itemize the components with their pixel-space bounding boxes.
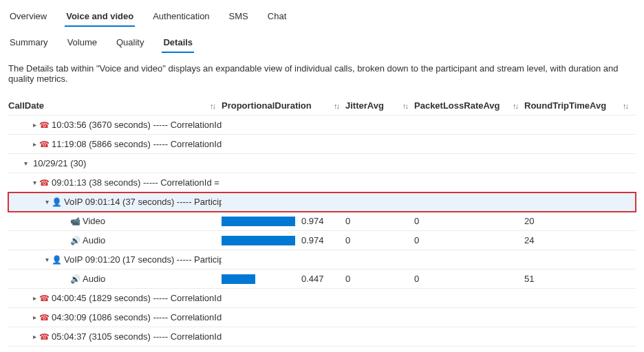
cell-propdur: 0.974 [222,235,345,245]
row-label: Video [83,216,105,226]
description-text: The Details tab within "Voice and video"… [0,54,644,96]
tab-secondary-details[interactable]: Details [162,33,194,53]
audio-icon: 🔊 [70,274,80,284]
col-header-rtt[interactable]: RoundTripTimeAvg ↑↓ [524,100,634,111]
phone-icon: ☎ [39,294,49,303]
audio-icon: 🔊 [70,236,80,245]
col-header-label: PacketLossRateAvg [414,100,500,111]
cell-calldate: ▾👤VoIP 09:01:20 (17 seconds) ----- Parti… [8,254,222,265]
duration-bar [222,274,297,284]
cell-rtt: 20 [524,216,634,226]
row-label: 05:04:37 (3105 seconds) ----- Correlatio… [52,331,222,342]
cell-calldate: ▸☎11:19:08 (5866 seconds) ----- Correlat… [8,139,222,149]
sort-icon[interactable]: ↑↓ [210,102,215,110]
table-row[interactable]: ▸☎04:30:09 (1086 seconds) ----- Correlat… [8,308,636,327]
table-row[interactable]: ▸☎04:00:45 (1829 seconds) ----- Correlat… [8,289,636,308]
duration-bar [222,236,297,245]
cell-packetloss: 0 [414,216,524,226]
sort-icon[interactable]: ↑↓ [513,102,517,110]
chevron-right-icon[interactable]: ▸ [33,121,36,129]
duration-bar [222,217,297,226]
table-row[interactable]: ▸☎11:19:08 (5866 seconds) ----- Correlat… [8,135,636,154]
cell-calldate: ▾👤VoIP 09:01:14 (37 seconds) ----- Parti… [8,197,222,207]
table-row[interactable]: ▸☎10:03:56 (3670 seconds) ----- Correlat… [8,116,636,135]
chevron-down-icon[interactable]: ▾ [45,198,49,206]
cell-calldate: 📹Video [8,216,222,226]
cell-rtt: 24 [524,235,634,245]
table-row: 🔊Audio0.4470051 [8,270,636,289]
row-label: 04:00:45 (1829 seconds) ----- Correlatio… [52,293,222,303]
table-row[interactable]: ▾👤VoIP 09:01:14 (37 seconds) ----- Parti… [8,192,636,212]
table-row[interactable]: ▾☎09:01:13 (38 seconds) ----- Correlatio… [8,173,636,192]
sort-icon[interactable]: ↑↓ [623,102,627,110]
row-label: VoIP 09:01:20 (17 seconds) ----- Partici… [64,254,222,265]
col-header-calldate[interactable]: CallDate ↑↓ [8,100,222,111]
tab-primary-sms[interactable]: SMS [228,7,250,27]
primary-tabs: OverviewVoice and videoAuthenticationSMS… [0,0,644,28]
duration-bar-fill [222,236,295,245]
cell-calldate: ▾☎09:01:13 (38 seconds) ----- Correlatio… [8,177,222,188]
phone-icon: ☎ [39,140,49,149]
person-icon: 👤 [52,197,61,207]
cell-propdur: 0.974 [222,216,345,226]
chevron-right-icon[interactable]: ▸ [33,314,36,321]
duration-value: 0.974 [301,216,329,226]
cell-calldate: ▸☎05:04:37 (3105 seconds) ----- Correlat… [8,331,222,342]
details-table: CallDate ↑↓ ProportionalDuration ↑↓ Jitt… [0,96,644,346]
duration-bar-fill [222,274,255,284]
col-header-packetloss[interactable]: PacketLossRateAvg ↑↓ [414,100,524,111]
chevron-down-icon[interactable]: ▾ [45,256,49,263]
col-header-propdur[interactable]: ProportionalDuration ↑↓ [222,100,345,111]
cell-calldate: 🔊Audio [8,235,222,245]
duration-bar-fill [222,217,295,226]
cell-calldate: ▸☎04:00:45 (1829 seconds) ----- Correlat… [8,293,222,303]
table-row[interactable]: ▾👤VoIP 09:01:20 (17 seconds) ----- Parti… [8,250,636,270]
col-header-label: RoundTripTimeAvg [524,100,606,111]
tab-primary-chat[interactable]: Chat [266,7,288,27]
table-header-row: CallDate ↑↓ ProportionalDuration ↑↓ Jitt… [8,96,636,116]
sort-icon[interactable]: ↑↓ [334,102,339,110]
col-header-label: JitterAvg [345,100,384,111]
phone-icon: ☎ [39,332,49,342]
row-label: Audio [83,274,105,284]
person-icon: 👤 [52,255,61,265]
phone-icon: ☎ [39,120,49,130]
tab-secondary-volume[interactable]: Volume [66,33,98,53]
cell-jitter: 0 [345,274,414,284]
cell-packetloss: 0 [414,235,524,245]
table-row[interactable]: ▸☎05:04:37 (3105 seconds) ----- Correlat… [8,327,636,346]
tab-primary-overview[interactable]: Overview [8,7,48,27]
phone-icon: ☎ [39,313,49,322]
chevron-down-icon[interactable]: ▾ [21,160,30,167]
table-row[interactable]: ▾10/29/21 (30) [8,154,636,173]
cell-calldate: ▾10/29/21 (30) [8,158,222,168]
phone-icon: ☎ [39,178,49,188]
cell-packetloss: 0 [414,274,524,284]
tab-secondary-quality[interactable]: Quality [115,33,145,53]
cell-calldate: 🔊Audio [8,274,222,284]
chevron-down-icon[interactable]: ▾ [33,179,36,186]
row-label: VoIP 09:01:14 (37 seconds) ----- Partici… [64,197,222,207]
col-header-label: CallDate [8,100,44,111]
cell-calldate: ▸☎04:30:09 (1086 seconds) ----- Correlat… [8,312,222,322]
tab-secondary-summary[interactable]: Summary [8,33,50,53]
duration-value: 0.974 [301,235,329,245]
sort-icon[interactable]: ↑↓ [402,102,407,110]
col-header-jitter[interactable]: JitterAvg ↑↓ [345,100,414,111]
row-label: 11:19:08 (5866 seconds) ----- Correlatio… [52,139,222,149]
table-row: 🔊Audio0.9740024 [8,231,636,250]
tab-primary-authentication[interactable]: Authentication [151,7,211,27]
video-icon: 📹 [70,217,80,226]
chevron-right-icon[interactable]: ▸ [33,140,36,148]
row-label: 09:01:13 (38 seconds) ----- CorrelationI… [52,177,222,188]
secondary-tabs: SummaryVolumeQualityDetails [0,28,644,54]
row-label: Audio [83,235,105,245]
row-label: 10/29/21 (30) [33,158,86,168]
col-header-label: ProportionalDuration [222,100,312,111]
chevron-right-icon[interactable]: ▸ [33,294,36,302]
chevron-right-icon[interactable]: ▸ [33,333,36,340]
tab-primary-voice-and-video[interactable]: Voice and video [65,7,135,27]
cell-propdur: 0.447 [222,274,345,284]
row-label: 10:03:56 (3670 seconds) ----- Correlatio… [52,120,222,130]
table-row: 📹Video0.9740020 [8,212,636,231]
